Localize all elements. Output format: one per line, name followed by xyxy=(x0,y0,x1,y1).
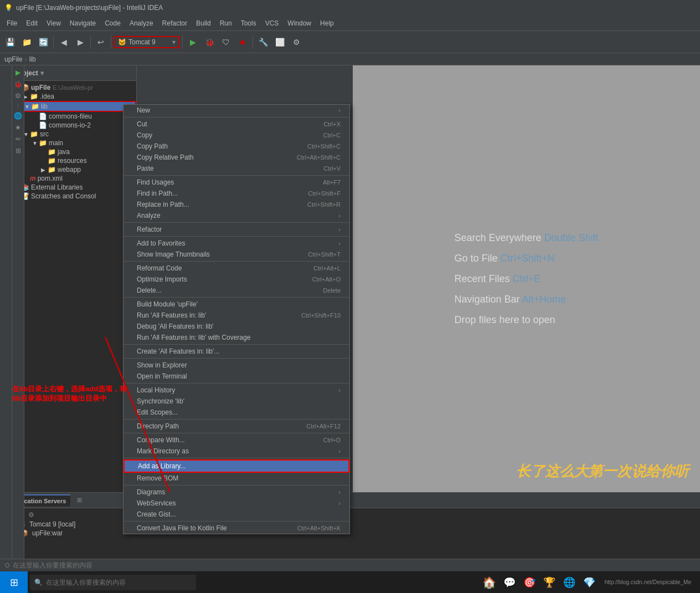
ctx-create-gist[interactable]: Create Gist... xyxy=(123,509,349,520)
toolbar-open[interactable]: 📁 xyxy=(19,34,34,50)
ctx-run-coverage[interactable]: Run 'All Features in: lib' with Coverage xyxy=(123,332,349,343)
toolbar-run-coverage[interactable]: 🛡 xyxy=(218,34,234,50)
fav-expand-btn[interactable]: ⊞ xyxy=(13,146,23,156)
ctx-analyze[interactable]: Analyze › xyxy=(123,210,349,221)
ctx-run-features[interactable]: Run 'All Features in: lib' Ctrl+Shift+F1… xyxy=(123,310,349,321)
tree-item-src[interactable]: ▼ 📁 src xyxy=(12,130,136,139)
tree-item-commons-io[interactable]: 📄 commons-io-2 xyxy=(12,121,136,130)
tree-item-resources[interactable]: 📁 resources xyxy=(12,156,136,165)
fav-debug-btn[interactable]: 🐞 xyxy=(13,79,23,89)
menu-file[interactable]: File xyxy=(2,17,22,29)
ctx-open-terminal[interactable]: Open in Terminal xyxy=(123,371,349,382)
ctx-replace-in-path[interactable]: Replace in Path... Ctrl+Shift+R xyxy=(123,199,349,210)
expand-arrow-main[interactable]: ▼ xyxy=(32,140,39,146)
toolbar-undo[interactable]: ↩ xyxy=(93,34,109,50)
ctx-add-favorites[interactable]: Add to Favorites › xyxy=(123,238,349,249)
ctx-diagrams[interactable]: Diagrams › xyxy=(123,487,349,498)
toolbar-refresh[interactable]: 🔄 xyxy=(35,34,51,50)
tree-item-pomxml[interactable]: m pom.xml xyxy=(12,174,136,183)
ctx-debug-features[interactable]: Debug 'All Features in: lib' xyxy=(123,321,349,332)
tree-item-idea[interactable]: ▶ 📁 .idea xyxy=(12,92,136,101)
ctx-cut[interactable]: Cut Ctrl+X xyxy=(123,119,349,130)
panel-dropdown-icon[interactable]: ▾ xyxy=(40,69,44,77)
deploy-row[interactable]: 📦 upFile:war xyxy=(4,529,696,537)
tree-item-commons-fileu[interactable]: 📄 commons-fileu xyxy=(12,112,136,121)
menu-view[interactable]: View xyxy=(42,17,65,29)
taskbar-icon-5[interactable]: 🌐 xyxy=(560,574,578,591)
taskbar-icon-3[interactable]: 🎯 xyxy=(521,574,538,591)
menu-tools[interactable]: Tools xyxy=(236,17,261,29)
ctx-delete[interactable]: Delete... Delete xyxy=(123,285,349,296)
ctx-mark-directory[interactable]: Mark Directory as › xyxy=(123,446,349,457)
ctx-find-usages[interactable]: Find Usages Alt+F7 xyxy=(123,177,349,188)
menu-run[interactable]: Run xyxy=(215,17,236,29)
tree-item-lib[interactable]: ▼ 📁 lib xyxy=(12,101,136,112)
ctx-directory-path[interactable]: Directory Path Ctrl+Alt+F12 xyxy=(123,421,349,432)
ctx-synchronize[interactable]: Synchronize 'lib' xyxy=(123,396,349,407)
ctx-compare-with[interactable]: Compare With... Ctrl+D xyxy=(123,434,349,446)
toolbar-forward[interactable]: ▶ xyxy=(73,34,88,50)
taskbar-icon-2[interactable]: 💬 xyxy=(501,574,518,591)
tab-expand-icon[interactable]: ⊞ xyxy=(73,494,86,506)
taskbar-icon-4[interactable]: 🏆 xyxy=(541,574,558,591)
tree-item-webapp[interactable]: ▶ 📁 webapp xyxy=(12,165,136,174)
ctx-show-thumbnails[interactable]: Show Image Thumbnails Ctrl+Shift+T xyxy=(123,249,349,260)
status-search-input[interactable] xyxy=(13,561,696,569)
tomcat-server-row[interactable]: ▼ 🐱 Tomcat 9 [local] xyxy=(4,520,696,528)
ctx-add-as-library[interactable]: Add as Library... xyxy=(123,459,349,473)
fav-star-btn[interactable]: ★ xyxy=(13,122,23,132)
ctx-new[interactable]: New › xyxy=(123,105,349,116)
ctx-copy[interactable]: Copy Ctrl+C xyxy=(123,130,349,141)
expand-arrow-lib[interactable]: ▼ xyxy=(24,104,31,110)
tree-item-scratches[interactable]: ▶ 📝 Scratches and Consol xyxy=(12,192,136,201)
expand-arrow-webapp[interactable]: ▶ xyxy=(41,167,48,173)
tree-item-upfile[interactable]: ▼ 📦 upFile E:\JavaWeb-pr xyxy=(12,83,136,92)
menu-code[interactable]: Code xyxy=(100,17,125,29)
ctx-local-history[interactable]: Local History › xyxy=(123,385,349,396)
start-button[interactable]: ⊞ xyxy=(0,571,28,594)
ctx-convert-kotlin[interactable]: Convert Java File to Kotlin File Ctrl+Al… xyxy=(123,523,349,534)
toolbar-debug[interactable]: 🐞 xyxy=(202,34,217,50)
taskbar-icon-1[interactable]: 🏠 xyxy=(481,574,498,591)
tomcat-run-config[interactable]: 🐱 Tomcat 9 ▾ xyxy=(114,36,180,48)
menu-build[interactable]: Build xyxy=(192,17,215,29)
ctx-show-explorer[interactable]: Show in Explorer xyxy=(123,360,349,371)
taskbar-search-input[interactable] xyxy=(46,579,192,586)
search-circle-icon[interactable]: ○ xyxy=(4,559,11,571)
ctx-create-features[interactable]: Create 'All Features in: lib'... xyxy=(123,346,349,357)
menu-analyze[interactable]: Analyze xyxy=(125,17,158,29)
menu-vcs[interactable]: VCS xyxy=(261,17,284,29)
toolbar-settings[interactable]: 🔧 xyxy=(255,34,271,50)
fav-settings-btn[interactable]: ⚙ xyxy=(13,91,23,101)
ctx-paste[interactable]: Paste Ctrl+V xyxy=(123,163,349,174)
settings-server-btn[interactable]: ⚙ xyxy=(27,510,35,519)
toolbar-save[interactable]: 💾 xyxy=(2,34,18,50)
breadcrumb-upfile[interactable]: upFile xyxy=(4,55,23,63)
menu-navigate[interactable]: Navigate xyxy=(65,17,100,29)
toolbar-stop[interactable]: ■ xyxy=(235,34,250,50)
ctx-copy-path[interactable]: Copy Path Ctrl+Shift+C xyxy=(123,141,349,152)
ctx-reformat[interactable]: Reformat Code Ctrl+Alt+L xyxy=(123,263,349,274)
taskbar-icon-6[interactable]: 💎 xyxy=(580,574,598,591)
breadcrumb-lib[interactable]: lib xyxy=(29,55,36,63)
toolbar-run[interactable]: ▶ xyxy=(185,34,200,50)
ctx-build-module[interactable]: Build Module 'upFile' xyxy=(123,299,349,310)
fav-web-btn[interactable]: 🌐 xyxy=(13,111,23,121)
fav-edit-btn[interactable]: ✏ xyxy=(13,134,23,144)
ctx-remove-bom[interactable]: Remove BOM xyxy=(123,473,349,484)
menu-window[interactable]: Window xyxy=(283,17,316,29)
ctx-optimize-imports[interactable]: Optimize Imports Ctrl+Alt+O xyxy=(123,274,349,285)
fav-run-btn[interactable]: ▶ xyxy=(13,68,23,78)
ctx-edit-scopes[interactable]: Edit Scopes... xyxy=(123,407,349,418)
tree-item-external-libs[interactable]: ▶ 📚 External Libraries xyxy=(12,183,136,192)
toolbar-back[interactable]: ◀ xyxy=(56,34,71,50)
menu-refactor[interactable]: Refactor xyxy=(158,17,192,29)
ctx-copy-relative-path[interactable]: Copy Relative Path Ctrl+Alt+Shift+C xyxy=(123,152,349,163)
tree-item-java[interactable]: 📁 java xyxy=(12,147,136,156)
menu-help[interactable]: Help xyxy=(316,17,338,29)
toolbar-layout[interactable]: ⬜ xyxy=(272,34,287,50)
toolbar-more[interactable]: ⚙ xyxy=(289,34,304,50)
ctx-find-in-path[interactable]: Find in Path... Ctrl+Shift+F xyxy=(123,188,349,199)
ctx-webservices[interactable]: WebServices › xyxy=(123,498,349,509)
ctx-refactor[interactable]: Refactor › xyxy=(123,224,349,235)
